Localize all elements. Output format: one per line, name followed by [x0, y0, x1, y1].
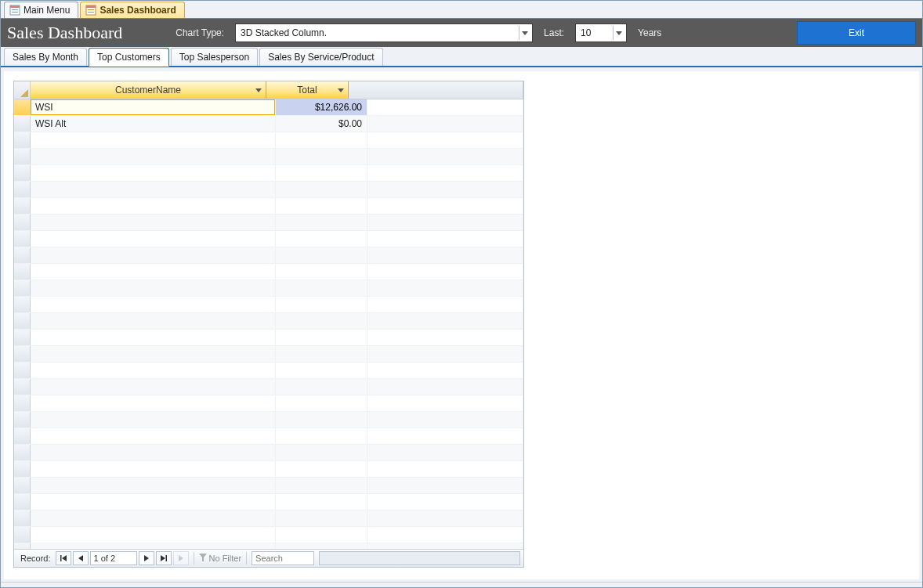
row-selector[interactable]	[14, 264, 31, 280]
table-row[interactable]	[14, 247, 523, 264]
cell-customername[interactable]	[31, 445, 276, 460]
cell-total[interactable]	[276, 379, 367, 395]
tab-top-customers[interactable]: Top Customers	[89, 48, 169, 67]
table-row[interactable]	[14, 527, 523, 543]
cell-total[interactable]	[276, 280, 367, 296]
row-selector[interactable]	[14, 543, 31, 549]
table-row[interactable]	[14, 231, 523, 247]
table-row[interactable]: WSI$12,626.00	[14, 99, 523, 116]
row-selector[interactable]	[14, 99, 31, 115]
table-row[interactable]	[14, 313, 523, 330]
row-selector[interactable]	[14, 165, 31, 181]
filter-status[interactable]: No Filter	[199, 554, 242, 563]
row-selector[interactable]	[14, 182, 31, 197]
table-row[interactable]	[14, 363, 523, 379]
horizontal-scrollbar[interactable]	[319, 551, 520, 565]
cell-total[interactable]	[276, 494, 367, 510]
row-selector[interactable]	[14, 428, 31, 444]
row-selector[interactable]	[14, 510, 31, 526]
table-row[interactable]	[14, 165, 523, 182]
table-row[interactable]	[14, 461, 523, 478]
table-row[interactable]	[14, 330, 523, 346]
select-all-cell[interactable]	[14, 81, 31, 99]
doc-tab-sales-dashboard[interactable]: Sales Dashboard	[80, 2, 184, 18]
cell-customername[interactable]	[31, 280, 276, 296]
cell-customername[interactable]: WSI	[31, 99, 276, 115]
cell-customername[interactable]	[31, 428, 276, 444]
row-selector[interactable]	[14, 280, 31, 296]
table-row[interactable]	[14, 149, 523, 165]
table-row[interactable]	[14, 428, 523, 445]
cell-customername[interactable]	[31, 313, 276, 329]
column-header-total[interactable]: Total	[266, 81, 349, 99]
cell-customername[interactable]	[31, 494, 276, 510]
table-row[interactable]	[14, 395, 523, 412]
cell-total[interactable]	[276, 461, 367, 477]
cell-total[interactable]: $12,626.00	[276, 99, 367, 115]
table-row[interactable]	[14, 280, 523, 297]
nav-first-button[interactable]	[56, 551, 71, 565]
doc-tab-main-menu[interactable]: Main Menu	[4, 2, 78, 18]
nav-next-button[interactable]	[139, 551, 154, 565]
exit-button[interactable]: Exit	[797, 21, 916, 45]
row-selector[interactable]	[14, 527, 31, 543]
table-row[interactable]	[14, 346, 523, 363]
cell-customername[interactable]	[31, 198, 276, 214]
cell-customername[interactable]	[31, 510, 276, 526]
cell-total[interactable]	[276, 445, 367, 460]
cell-customername[interactable]	[31, 182, 276, 197]
cell-total[interactable]	[276, 198, 367, 214]
cell-total[interactable]: $0.00	[276, 116, 367, 132]
cell-total[interactable]	[276, 149, 367, 164]
row-selector[interactable]	[14, 363, 31, 378]
chevron-down-icon[interactable]	[337, 86, 345, 94]
table-row[interactable]	[14, 215, 523, 231]
cell-total[interactable]	[276, 428, 367, 444]
cell-total[interactable]	[276, 215, 367, 230]
cell-total[interactable]	[276, 527, 367, 543]
row-selector[interactable]	[14, 395, 31, 411]
cell-total[interactable]	[276, 165, 367, 181]
cell-customername[interactable]	[31, 543, 276, 549]
table-row[interactable]	[14, 445, 523, 461]
table-row[interactable]	[14, 494, 523, 510]
row-selector[interactable]	[14, 247, 31, 263]
nav-prev-button[interactable]	[73, 551, 89, 565]
cell-total[interactable]	[276, 395, 367, 411]
chevron-down-icon[interactable]	[255, 86, 262, 94]
cell-customername[interactable]	[31, 132, 276, 148]
cell-total[interactable]	[276, 297, 367, 312]
row-selector[interactable]	[14, 494, 31, 510]
cell-total[interactable]	[276, 363, 367, 378]
table-row[interactable]	[14, 379, 523, 395]
row-selector[interactable]	[14, 132, 31, 148]
cell-customername[interactable]	[31, 149, 276, 164]
cell-customername[interactable]	[31, 478, 276, 493]
table-row[interactable]	[14, 264, 523, 280]
cell-customername[interactable]	[31, 165, 276, 181]
cell-total[interactable]	[276, 510, 367, 526]
nav-new-button[interactable]	[173, 551, 189, 565]
cell-customername[interactable]: WSI Alt	[31, 116, 276, 132]
table-row[interactable]	[14, 543, 523, 549]
cell-customername[interactable]	[31, 412, 276, 427]
tab-sales-by-month[interactable]: Sales By Month	[4, 48, 87, 66]
column-header-customername[interactable]: CustomerName	[31, 81, 266, 99]
table-row[interactable]	[14, 412, 523, 428]
table-row[interactable]	[14, 510, 523, 527]
row-selector[interactable]	[14, 198, 31, 214]
tab-top-salesperson[interactable]: Top Salesperson	[171, 48, 258, 66]
cell-total[interactable]	[276, 231, 367, 247]
row-selector[interactable]	[14, 297, 31, 312]
cell-total[interactable]	[276, 247, 367, 263]
tab-sales-by-service-product[interactable]: Sales By Service/Product	[259, 48, 382, 66]
table-row[interactable]	[14, 132, 523, 149]
cell-customername[interactable]	[31, 247, 276, 263]
last-years-select[interactable]: 10	[575, 23, 627, 42]
cell-customername[interactable]	[31, 363, 276, 378]
cell-customername[interactable]	[31, 346, 276, 362]
cell-total[interactable]	[276, 346, 367, 362]
cell-customername[interactable]	[31, 379, 276, 395]
cell-customername[interactable]	[31, 330, 276, 345]
row-selector[interactable]	[14, 215, 31, 230]
